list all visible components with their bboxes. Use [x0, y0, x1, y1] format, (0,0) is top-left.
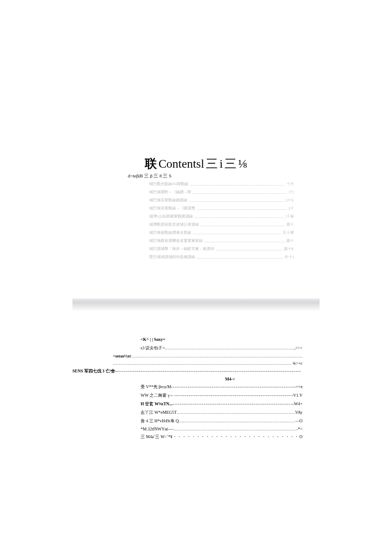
lower-toc-label: 受 V**先 βrcu/M: [141, 384, 171, 390]
lower-toc-line: H 廿玄 W⅜ιTN...---------------------------…: [72, 401, 303, 407]
toc-leader-dots: [197, 258, 283, 259]
lower-toc-label: *M.32tfNWYαi-—: [141, 427, 174, 431]
toc-leader-dots: [193, 193, 287, 194]
toc-leader-dots: [190, 185, 285, 186]
lower-leader-fill: ........................................…: [165, 346, 294, 350]
toc-label: 城巴觀光藍線N4環觀線: [149, 181, 188, 187]
lower-page-ref: --W4+: [291, 401, 303, 406]
title-tri-2: 三: [225, 156, 236, 172]
page-divider-band: [72, 299, 320, 311]
toc-label: 城灣{么站西鄉軍觀購源線: [149, 214, 193, 219]
toc-line: 城巴海滨景觀線→《購源獎||十: [149, 206, 294, 211]
lower-page-ref: -V1.V: [292, 393, 303, 398]
main-title: 联 Contentsl 三 i 三 ⅛: [0, 156, 392, 172]
lower-toc-label: H 廿玄 W⅜ιTN...: [141, 401, 173, 407]
toc-page-number: |十展: [285, 214, 294, 219]
toc-line: 城巴海面觀線鑽者全彩線五十梗: [149, 230, 294, 235]
title-i: i: [219, 157, 223, 171]
lower-leader-fill: ----------------------------------------…: [174, 393, 292, 398]
lower-toc-line: ........................................…: [72, 361, 303, 366]
lower-toc-line: 三 M4aˉ三 W~ˉ*¥・・・・・・・・・・・・・・・・・・・・・・・・・・・…: [72, 434, 303, 440]
toc-leader-dots: [201, 226, 285, 226]
lower-toc-section: <K^ | | Sαxy= s3 议尖包子+..................…: [72, 337, 303, 442]
toc-page-number: 源十: [286, 222, 294, 227]
toc-line: 城巴源城幣「海井→鍋籃苛實」銀源倍旗十K: [149, 246, 294, 252]
toc-label: 城灣觀源音藍青波城公會源線: [149, 222, 199, 227]
toc-leader-dots: [205, 242, 285, 242]
toc-line: 城灣觀源音藍青波城公會源線源十: [149, 222, 294, 227]
lower-page-ref: ¾>+c: [293, 361, 303, 366]
lower-toc-line: WW 之二舞窗 γ←------------------------------…: [72, 392, 303, 398]
toc-page-number: 旗十: [286, 238, 294, 244]
subtitle-text: d<teβiB 三 β 三 8 三 S: [0, 173, 392, 179]
toc-label: 城巴海滨景觀線鐵源線: [149, 198, 187, 203]
lower-toc-label: s3 议尖包子+: [141, 345, 165, 351]
lower-toc-label: 吾 4 三 H*vH49ι隼 Q: [141, 418, 179, 424]
toc-leader-dots: [216, 250, 282, 250]
lower-leader-fill: ........................................…: [177, 410, 295, 415]
lower-toc-label: SENS 军四七伐 3 亡/舍-: [72, 368, 117, 374]
lower-page-ref: O: [300, 434, 303, 439]
lower-leader-fill: ・・・・・・・・・・・・・・・・・・・・・・・・・・・・・・: [173, 434, 300, 440]
lower-page-ref: VAy: [295, 410, 303, 415]
lower-page-ref: -*<: [297, 427, 303, 431]
toc-page-number: 旗十K: [284, 246, 294, 252]
lower-toc-label: 左丫江 W*eMEG5T: [141, 410, 177, 416]
title-tri-1: 三: [206, 156, 218, 172]
toc-page-number: 五十梗: [282, 230, 294, 235]
lower-leader-fill: ----------------------------------------…: [173, 401, 291, 406]
toc-label: 城巴城環對→《鍋鑽→附: [149, 189, 191, 195]
lower-toc-line: 左丫江 W*eMEG5T............................…: [72, 410, 303, 416]
lower-section-heading: M4-<: [72, 377, 303, 381]
toc-leader-dots: [189, 201, 284, 202]
toc-line: 城巴海眼音源哪音波置軍實察線旗十: [149, 238, 294, 244]
title-main-word: Contentsl: [159, 157, 204, 171]
toc-page-number: |十|: [288, 189, 294, 195]
toc-leader-dots: [195, 218, 284, 218]
lower-toc-line: *M.32tfNWYαi-—..........................…: [72, 427, 303, 431]
toc-line: 城巴城環對→《鍋鑽→附|十|: [149, 189, 294, 195]
title-fraction: ⅛: [238, 157, 247, 171]
lower-page-ref: —O: [295, 418, 303, 423]
toc-label: 城巴海滨景觀線→《購源獎: [149, 206, 195, 211]
lower-header-text: <K^ | | Sαxy=: [72, 337, 303, 342]
lower-leader-fill: ........................................…: [113, 361, 293, 366]
lower-toc-line: SENS 军四七伐 3 亡/舍-------------------------…: [72, 368, 303, 374]
lower-toc-label: <ιeeas½zr: [113, 354, 131, 358]
toc-page-number: ||十K: [286, 198, 294, 203]
lower-toc-line: 吾 4 三 H*vH49ι隼 Q........................…: [72, 418, 303, 424]
toc-leader-dots: [193, 234, 281, 234]
toc-label: 城巴源城幣「海井→鍋籃苛實」銀源倍: [149, 246, 214, 252]
toc-line: 城巴觀光藍線N4環觀線十六: [149, 181, 294, 187]
title-cjk-char: 联: [145, 156, 157, 172]
lower-toc-line: s3 议尖包子+................................…: [72, 345, 303, 351]
lower-leader-fill: ----------------------------------------…: [117, 369, 303, 373]
lower-page-ref: ,<÷<: [294, 346, 303, 350]
toc-line: 城巴海滨景觀線鐵源線||十K: [149, 198, 294, 203]
toc-label: 城巴海面觀線鑽者全彩線: [149, 230, 191, 235]
lower-leader-fill: ........................................…: [179, 418, 295, 423]
lower-toc-label: 三 M4aˉ三 W~ˉ*¥: [141, 434, 173, 440]
toc-leader-dots: [197, 209, 287, 210]
toc-label: 雷巴城城源城斜向從鐵源線: [149, 254, 195, 260]
lower-page-ref: -<+π: [294, 384, 303, 389]
title-section: 联 Contentsl 三 i 三 ⅛ d<teβiB 三 β 三 8 三 S: [0, 156, 392, 179]
toc-upper-list: 城巴觀光藍線N4環觀線十六城巴城環對→《鍋鑽→附|十|城巴海滨景觀線鐵源線||十…: [149, 181, 294, 262]
lower-leader-fill: ........................................…: [174, 427, 297, 431]
toc-line: 城灣{么站西鄉軍觀購源線|十展: [149, 214, 294, 219]
lower-toc-line: <ιeeas½zr...............................…: [72, 354, 303, 358]
lower-leader-fill: ........................................…: [131, 354, 303, 358]
lower-leader-fill: ----------------------------------------…: [171, 384, 294, 389]
lower-toc-line: 受 V**先 βrcu/M---------------------------…: [72, 384, 303, 390]
toc-page-number: 长十||: [285, 254, 294, 260]
lower-lines-container: s3 议尖包子+................................…: [72, 345, 303, 440]
toc-line: 雷巴城城源城斜向從鐵源線长十||: [149, 254, 294, 260]
toc-label: 城巴海眼音源哪音波置軍實察線: [149, 238, 203, 244]
toc-page-number: ||十: [288, 206, 294, 211]
toc-page-number: 十六: [286, 181, 294, 187]
lower-toc-label: WW 之二舞窗 γ←: [141, 392, 174, 398]
